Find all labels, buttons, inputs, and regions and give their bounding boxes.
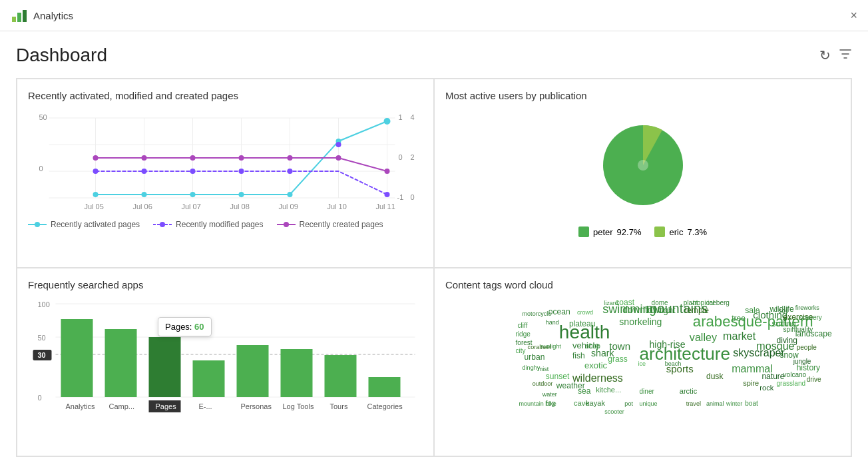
svg-text:Jul 06: Jul 06 bbox=[133, 203, 152, 211]
svg-text:people: people bbox=[797, 344, 817, 351]
svg-point-42 bbox=[385, 169, 390, 174]
svg-text:high-rise: high-rise bbox=[650, 339, 686, 350]
svg-text:snorkeling: snorkeling bbox=[619, 316, 662, 327]
svg-text:boat: boat bbox=[745, 399, 758, 406]
svg-text:fireworks: fireworks bbox=[795, 304, 820, 311]
svg-text:unique: unique bbox=[639, 400, 657, 406]
close-button[interactable]: × bbox=[850, 9, 857, 23]
svg-point-55 bbox=[284, 222, 289, 227]
title-bar: Analytics × bbox=[0, 0, 868, 31]
panel-title-recently: Recently activated, modified and created… bbox=[28, 90, 423, 101]
panel-searched-apps: Frequently searched apps 100 50 30 0 30 bbox=[17, 268, 434, 457]
svg-text:pot: pot bbox=[624, 400, 633, 406]
svg-text:shop: shop bbox=[586, 342, 600, 350]
svg-text:outdoor: outdoor bbox=[533, 380, 553, 386]
svg-point-33 bbox=[288, 169, 293, 174]
legend-eric: eric 7.3% bbox=[654, 227, 707, 237]
svg-text:light: light bbox=[660, 305, 676, 315]
panel-title-searched: Frequently searched apps bbox=[28, 279, 423, 290]
panel-title-users: Most active users by publication bbox=[445, 90, 840, 101]
svg-rect-69 bbox=[105, 329, 137, 397]
svg-text:beach: beach bbox=[665, 360, 682, 366]
svg-rect-2 bbox=[23, 10, 27, 22]
svg-point-32 bbox=[239, 169, 244, 174]
svg-text:spire: spire bbox=[743, 378, 759, 386]
svg-text:Camp...: Camp... bbox=[109, 402, 135, 410]
svg-point-22 bbox=[93, 192, 99, 197]
svg-rect-75 bbox=[369, 377, 401, 397]
panel-title-wordcloud: Content tags word cloud bbox=[445, 279, 840, 290]
svg-text:dinghy: dinghy bbox=[523, 364, 541, 370]
svg-rect-68 bbox=[61, 319, 93, 397]
svg-point-40 bbox=[288, 155, 293, 161]
svg-text:dome: dome bbox=[652, 299, 669, 306]
svg-text:Jul 11: Jul 11 bbox=[376, 203, 395, 211]
svg-text:Personas: Personas bbox=[241, 402, 272, 410]
svg-text:4: 4 bbox=[411, 113, 415, 121]
svg-text:soil: soil bbox=[779, 307, 789, 314]
eric-label: eric bbox=[669, 227, 683, 237]
svg-text:ice: ice bbox=[638, 360, 646, 366]
svg-text:weather: weather bbox=[556, 380, 585, 390]
svg-point-39 bbox=[239, 155, 244, 161]
chart-legend: Recently activated pages Recently modifi… bbox=[28, 220, 423, 229]
svg-text:temple: temple bbox=[685, 306, 709, 315]
analytics-logo-icon bbox=[11, 7, 27, 23]
svg-text:Jul 10: Jul 10 bbox=[327, 203, 347, 211]
svg-text:spirituality: spirituality bbox=[783, 326, 813, 333]
svg-rect-71 bbox=[193, 360, 225, 397]
legend-created: Recently created pages bbox=[277, 220, 383, 229]
svg-text:kitche...: kitche... bbox=[596, 385, 621, 393]
svg-point-29 bbox=[93, 169, 99, 174]
svg-text:Jul 07: Jul 07 bbox=[182, 203, 201, 211]
svg-text:rock: rock bbox=[760, 383, 773, 391]
svg-text:ocean: ocean bbox=[548, 307, 570, 316]
svg-text:Analytics: Analytics bbox=[66, 402, 96, 410]
svg-text:1: 1 bbox=[399, 113, 403, 121]
svg-point-34 bbox=[336, 142, 341, 147]
legend-modified: Recently modified pages bbox=[153, 220, 263, 229]
eric-color bbox=[654, 227, 665, 237]
svg-text:travel: travel bbox=[686, 400, 701, 406]
svg-point-38 bbox=[190, 155, 196, 161]
svg-text:Pages: Pages bbox=[156, 402, 177, 410]
eric-percent: 7.3% bbox=[687, 227, 707, 237]
svg-text:water: water bbox=[542, 390, 557, 397]
line-chart-svg: 50 0 1 0 -1 4 2 0 bbox=[28, 108, 423, 211]
svg-text:hand: hand bbox=[546, 319, 559, 326]
svg-text:grass: grass bbox=[608, 354, 627, 363]
svg-text:animal: animal bbox=[706, 400, 724, 406]
svg-text:Tours: Tours bbox=[330, 402, 348, 410]
svg-point-23 bbox=[142, 192, 147, 197]
svg-text:ridge: ridge bbox=[516, 330, 531, 338]
svg-text:diner: diner bbox=[639, 387, 654, 394]
svg-text:0: 0 bbox=[39, 165, 43, 173]
svg-text:lizard: lizard bbox=[604, 300, 618, 306]
refresh-icon[interactable]: ↻ bbox=[819, 47, 831, 64]
peter-label: peter bbox=[593, 227, 613, 237]
svg-text:volcano: volcano bbox=[783, 370, 807, 378]
word-cloud-svg: healtharchitecturearabesque-patternmount… bbox=[445, 297, 840, 417]
svg-text:dusk: dusk bbox=[706, 371, 724, 380]
pie-chart: peter 92.7% eric 7.3% bbox=[445, 108, 840, 241]
svg-text:tree: tree bbox=[732, 314, 746, 323]
svg-text:Jul 09: Jul 09 bbox=[279, 203, 298, 211]
svg-text:-1: -1 bbox=[397, 193, 404, 201]
svg-point-25 bbox=[239, 192, 244, 197]
svg-rect-0 bbox=[12, 17, 16, 22]
svg-point-30 bbox=[142, 169, 147, 174]
svg-text:winter: winter bbox=[726, 400, 742, 406]
peter-color bbox=[578, 227, 589, 237]
svg-point-28 bbox=[384, 118, 391, 125]
svg-text:Jul 05: Jul 05 bbox=[85, 203, 104, 211]
filter-icon[interactable] bbox=[839, 47, 852, 64]
panel-recently-pages: Recently activated, modified and created… bbox=[17, 79, 434, 268]
svg-text:Jul 08: Jul 08 bbox=[230, 203, 250, 211]
svg-text:100: 100 bbox=[38, 300, 50, 308]
legend-peter: peter 92.7% bbox=[578, 227, 642, 237]
svg-text:arctic: arctic bbox=[680, 386, 698, 394]
svg-text:mountain bike: mountain bike bbox=[519, 400, 556, 406]
svg-text:30: 30 bbox=[38, 351, 46, 359]
svg-text:city: city bbox=[516, 347, 526, 354]
svg-text:50: 50 bbox=[39, 113, 47, 121]
